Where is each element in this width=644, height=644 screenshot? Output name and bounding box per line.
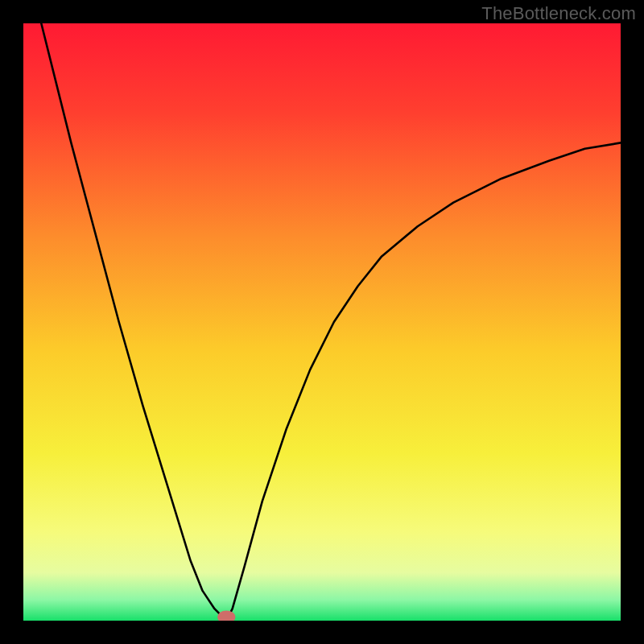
chart-svg xyxy=(23,23,621,621)
plot-area xyxy=(23,23,621,621)
watermark-text: TheBottleneck.com xyxy=(481,3,636,24)
gradient-background xyxy=(23,23,621,621)
chart-frame: TheBottleneck.com xyxy=(0,0,644,644)
